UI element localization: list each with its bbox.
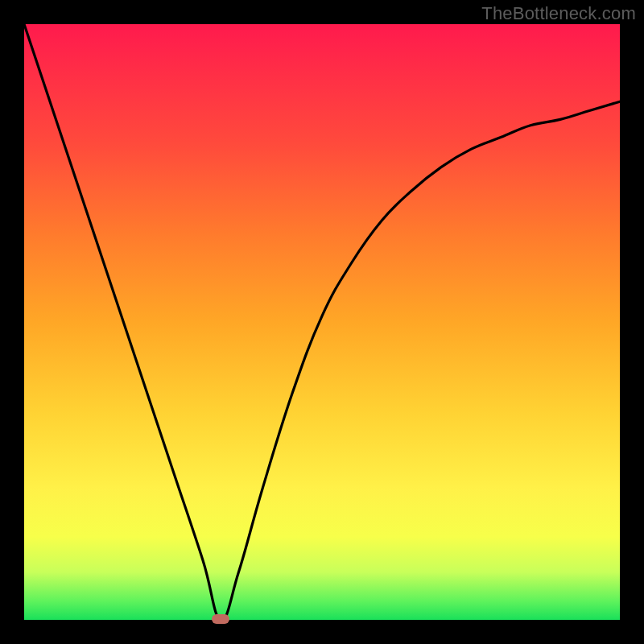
plot-area <box>24 24 620 620</box>
curve-layer <box>24 24 620 620</box>
curve-path <box>24 24 620 620</box>
chart-frame: TheBottleneck.com <box>0 0 644 644</box>
watermark-text: TheBottleneck.com <box>481 3 636 24</box>
vertex-marker <box>212 614 229 624</box>
